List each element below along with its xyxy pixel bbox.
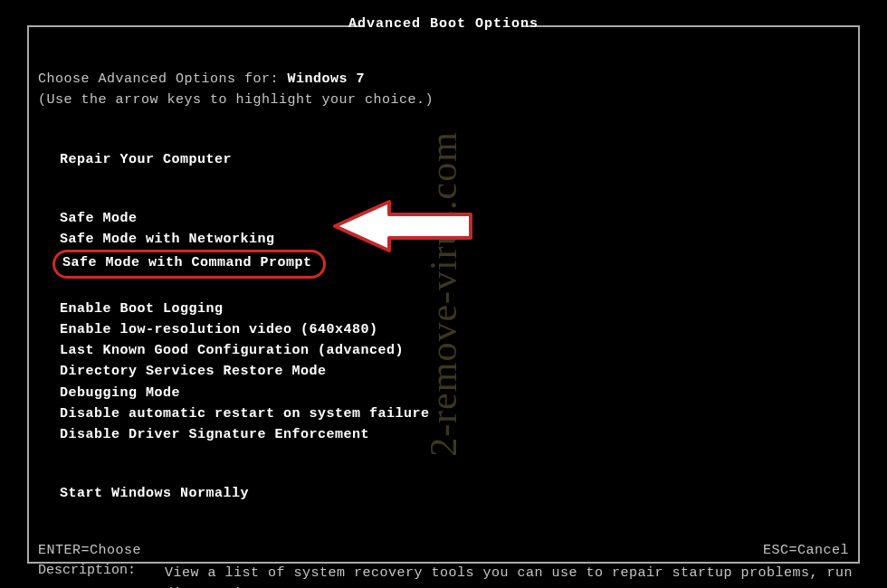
boot-menu-frame: Advanced Boot Options Choose Advanced Op… — [27, 25, 860, 564]
description-row: Description: View a list of system recov… — [29, 563, 858, 589]
page-title: Advanced Boot Options — [336, 16, 551, 32]
option-last-known-good[interactable]: Last Known Good Configuration (advanced) — [29, 340, 858, 361]
footer-enter: ENTER=Choose — [38, 543, 141, 558]
option-boot-logging[interactable]: Enable Boot Logging — [29, 299, 858, 319]
choose-prompt: Choose Advanced Options for: Windows 7 — [29, 69, 858, 90]
prompt-prefix: Choose Advanced Options for: — [38, 71, 288, 87]
option-low-res[interactable]: Enable low-resolution video (640x480) — [29, 319, 858, 340]
content-area: Choose Advanced Options for: Windows 7 (… — [29, 25, 858, 588]
description-label: Description: — [38, 563, 165, 589]
os-name: Windows 7 — [288, 71, 366, 87]
option-ds-restore[interactable]: Directory Services Restore Mode — [29, 361, 858, 382]
option-safe-mode[interactable]: Safe Mode — [29, 208, 858, 229]
hint-text: (Use the arrow keys to highlight your ch… — [29, 90, 858, 110]
option-repair[interactable]: Repair Your Computer — [29, 149, 858, 170]
rule-left — [29, 25, 364, 27]
option-start-normally[interactable]: Start Windows Normally — [29, 483, 858, 504]
option-disable-driver-sig[interactable]: Disable Driver Signature Enforcement — [29, 424, 858, 445]
option-safe-mode-cmd[interactable]: Safe Mode with Command Prompt — [52, 250, 326, 278]
option-disable-auto-restart[interactable]: Disable automatic restart on system fail… — [29, 403, 858, 424]
description-text: View a list of system recovery tools you… — [165, 563, 858, 589]
footer-bar: ENTER=Choose ESC=Cancel — [38, 543, 849, 558]
footer-esc: ESC=Cancel — [763, 543, 849, 558]
rule-right — [523, 25, 858, 27]
option-safe-mode-networking[interactable]: Safe Mode with Networking — [29, 229, 858, 250]
option-safe-mode-cmd-row[interactable]: Safe Mode with Command Prompt — [29, 250, 858, 278]
option-debugging[interactable]: Debugging Mode — [29, 383, 858, 403]
